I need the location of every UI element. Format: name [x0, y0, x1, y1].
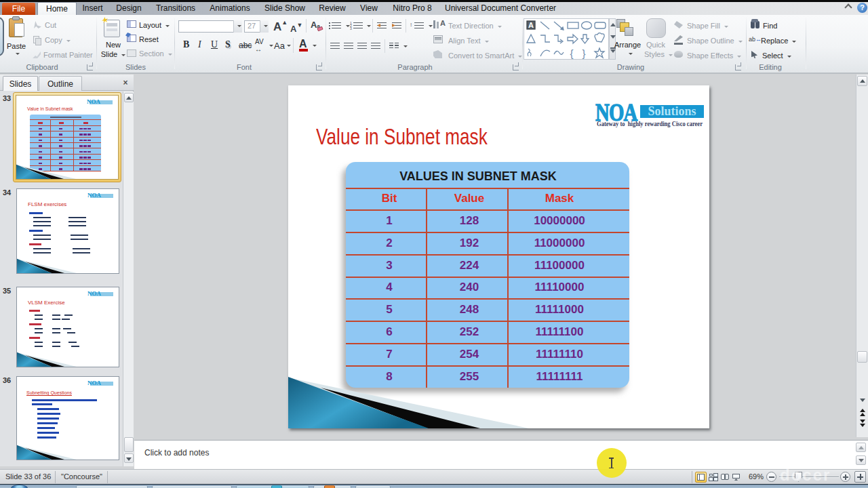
- svg-text:}: }: [582, 47, 585, 59]
- svg-text:{: {: [570, 47, 573, 59]
- svg-text:A: A: [528, 21, 534, 29]
